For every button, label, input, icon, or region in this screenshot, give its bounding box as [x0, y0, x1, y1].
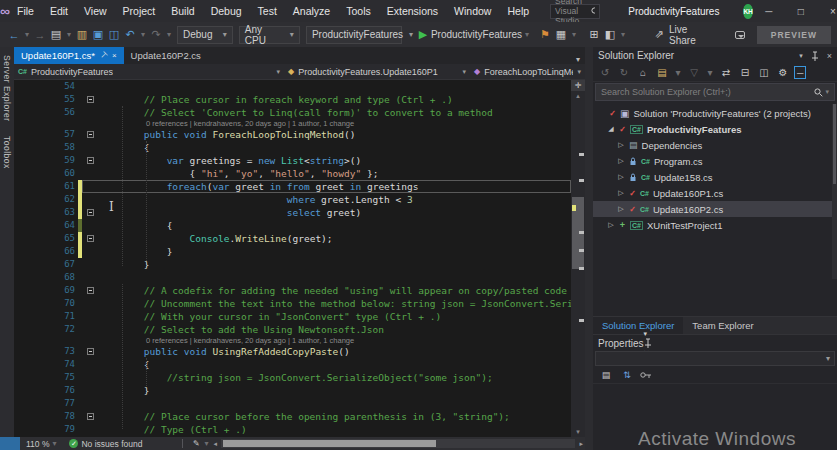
- zoom-dropdown-icon[interactable]: ▾: [50, 435, 58, 450]
- code-line-58[interactable]: 58 {: [14, 141, 571, 154]
- code-line-body[interactable]: // A codefix for adding the needed "usin…: [82, 284, 571, 297]
- code-line-body[interactable]: [82, 271, 571, 284]
- code-line-body[interactable]: var greetings = new List<string>(): [82, 154, 571, 167]
- code-editor[interactable]: 5455 // Place cursor in foreach keyword …: [14, 80, 585, 437]
- menu-item-file[interactable]: File: [10, 2, 41, 20]
- code-text[interactable]: // Uncomment the text into the method be…: [98, 297, 571, 310]
- code-line-body[interactable]: }: [82, 384, 571, 397]
- code-line-73[interactable]: 73 public void UsingRefAddedCopyPaste(): [14, 345, 571, 358]
- tree-item-update160p1cs[interactable]: ▷✓C#Update160P1.cs: [593, 185, 837, 201]
- undo-icon[interactable]: ↶: [123, 26, 137, 44]
- code-line-71[interactable]: 71 // With your cursor in "JsonConvert" …: [14, 310, 571, 323]
- hscroll-right-icon[interactable]: ▸: [579, 440, 583, 448]
- collapsed-arrow-icon[interactable]: ▷: [617, 141, 625, 149]
- code-line-body[interactable]: public void ForeachLoopToLinqMethod(): [82, 128, 571, 141]
- tree-item-solutionproductivityfeatures2projects[interactable]: ✓▣Solution 'ProductivityFeatures' (2 pro…: [593, 105, 837, 121]
- profiler-icon[interactable]: ▦: [554, 26, 568, 44]
- code-line-55[interactable]: 55 // Place cursor in foreach keyword an…: [14, 93, 571, 106]
- menu-item-edit[interactable]: Edit: [43, 2, 75, 20]
- run-dropdown-icon[interactable]: ▾: [523, 26, 531, 44]
- collapse-region-icon[interactable]: [87, 413, 94, 420]
- home-icon[interactable]: ⌂: [636, 66, 650, 80]
- code-line-68[interactable]: 68: [14, 271, 571, 284]
- code-text[interactable]: // A codefix for adding the needed "usin…: [98, 284, 571, 297]
- code-line-59[interactable]: 59 var greetings = new List<string>(): [14, 154, 571, 167]
- code-line-67[interactable]: 67 }: [14, 258, 571, 271]
- code-text[interactable]: [98, 80, 571, 93]
- close-panel-icon[interactable]: ×: [827, 51, 832, 61]
- collapsed-arrow-icon[interactable]: ▷: [617, 189, 625, 197]
- undo-dropdown-icon[interactable]: ▾: [139, 26, 147, 44]
- menu-item-extensions[interactable]: Extensions: [380, 2, 445, 20]
- run-button[interactable]: ▶ ProductivityFeatures ▾: [415, 26, 532, 44]
- profiler-dropdown-icon[interactable]: ▾: [570, 26, 578, 44]
- split-handle-icon[interactable]: ✛: [571, 80, 585, 91]
- code-text[interactable]: // Place cursor before the opening paren…: [98, 410, 571, 423]
- code-text[interactable]: {: [98, 219, 571, 232]
- menu-item-tools[interactable]: Tools: [339, 2, 378, 20]
- code-text[interactable]: [98, 271, 571, 284]
- code-text[interactable]: // Type (Ctrl + .): [98, 423, 571, 436]
- code-text[interactable]: //string json = JsonConvert.SerializeObj…: [98, 371, 571, 384]
- tree-item-dependencies[interactable]: ▷▤Dependencies: [593, 137, 837, 153]
- tab-update160p2cs[interactable]: Update160P2.cs: [124, 47, 208, 64]
- code-line-72[interactable]: 72 // Select to add the Using Newtonsoft…: [14, 323, 571, 336]
- code-line-77[interactable]: 77: [14, 397, 571, 410]
- code-line-body[interactable]: // With your cursor in "JsonConvert" typ…: [82, 310, 571, 323]
- dock-tab-toolbox[interactable]: Toolbox: [2, 136, 12, 169]
- menu-item-window[interactable]: Window: [447, 2, 498, 20]
- code-line-body[interactable]: where greet.Length < 3: [82, 193, 571, 206]
- preview-selected-items-icon[interactable]: ─: [794, 66, 806, 79]
- platform-combo[interactable]: Any CPU▾: [239, 26, 300, 44]
- pin-icon[interactable]: ⊤: [98, 50, 109, 61]
- properties-object-combo[interactable]: ▾: [595, 351, 835, 366]
- code-text[interactable]: }: [98, 245, 571, 258]
- collapsed-arrow-icon[interactable]: ▷: [607, 221, 615, 229]
- pin-icon[interactable]: [811, 51, 819, 61]
- panel-scrollbar[interactable]: [832, 104, 837, 279]
- zoom-level[interactable]: 110 %: [26, 439, 49, 449]
- code-line-body[interactable]: {: [82, 219, 571, 232]
- code-line-64[interactable]: 64 {: [14, 219, 571, 232]
- code-text[interactable]: var greetings = new List<string>(): [98, 154, 571, 167]
- open-folder-icon[interactable]: ▥: [75, 26, 89, 44]
- code-line-body[interactable]: Console.WriteLine(greet);: [82, 232, 571, 245]
- properties-icon[interactable]: ⚙: [776, 66, 790, 80]
- document-list-dropdown-icon[interactable]: ▾: [576, 55, 585, 64]
- code-line-body[interactable]: {: [82, 358, 571, 371]
- code-line-body[interactable]: foreach(var greet in from greet in greet…: [82, 180, 571, 193]
- code-text[interactable]: }: [98, 258, 571, 271]
- menu-item-test[interactable]: Test: [251, 2, 284, 20]
- collapse-all-icon[interactable]: ⊟: [738, 66, 752, 80]
- code-line-56[interactable]: 56 // Select 'Convert to Linq(call form)…: [14, 106, 571, 119]
- search-box[interactable]: Search Visual Studio...: [550, 4, 600, 19]
- menu-item-view[interactable]: View: [77, 2, 114, 20]
- pen-dropdown-icon[interactable]: ▾: [202, 435, 210, 450]
- code-text[interactable]: {: [98, 358, 571, 371]
- search-dropdown-icon[interactable]: ▾: [825, 88, 829, 96]
- maximize-button[interactable]: □: [785, 0, 817, 22]
- scroll-down-icon[interactable]: ▾: [576, 427, 580, 437]
- live-share-icon[interactable]: ⇗: [652, 26, 666, 44]
- navigate-forward-icon[interactable]: →: [33, 26, 47, 44]
- navigate-back-icon[interactable]: ←: [7, 26, 21, 44]
- redo-icon[interactable]: ↷: [149, 26, 163, 44]
- code-line-75[interactable]: 75 //string json = JsonConvert.Serialize…: [14, 371, 571, 384]
- code-line-body[interactable]: { "hi", "yo", "hello", "howdy" };: [82, 167, 571, 180]
- code-line-body[interactable]: select greet): [82, 206, 571, 219]
- code-text[interactable]: public void UsingRefAddedCopyPaste(): [98, 345, 571, 358]
- property-pages-key-icon[interactable]: [640, 371, 652, 379]
- expanded-arrow-icon[interactable]: ◢: [607, 125, 615, 133]
- code-line-body[interactable]: // Place cursor before the opening paren…: [82, 410, 571, 423]
- alphabetical-sort-icon[interactable]: ⇅: [620, 366, 634, 384]
- fold-margin[interactable]: [82, 410, 98, 423]
- code-text[interactable]: { "hi", "yo", "hello", "howdy" };: [98, 167, 571, 180]
- menu-item-help[interactable]: Help: [500, 2, 536, 20]
- code-line-70[interactable]: 70 // Uncomment the text into the method…: [14, 297, 571, 310]
- feedback-icon[interactable]: [735, 31, 745, 39]
- code-text[interactable]: [98, 397, 571, 410]
- application-insights-icon[interactable]: ⚑: [538, 26, 552, 44]
- code-text[interactable]: // Place cursor in foreach keyword and t…: [98, 93, 571, 106]
- tree-item-xunittestproject1[interactable]: ▷+C#XUnitTestProject1: [593, 217, 837, 233]
- code-line-61[interactable]: 61 foreach(var greet in from greet in gr…: [14, 180, 571, 193]
